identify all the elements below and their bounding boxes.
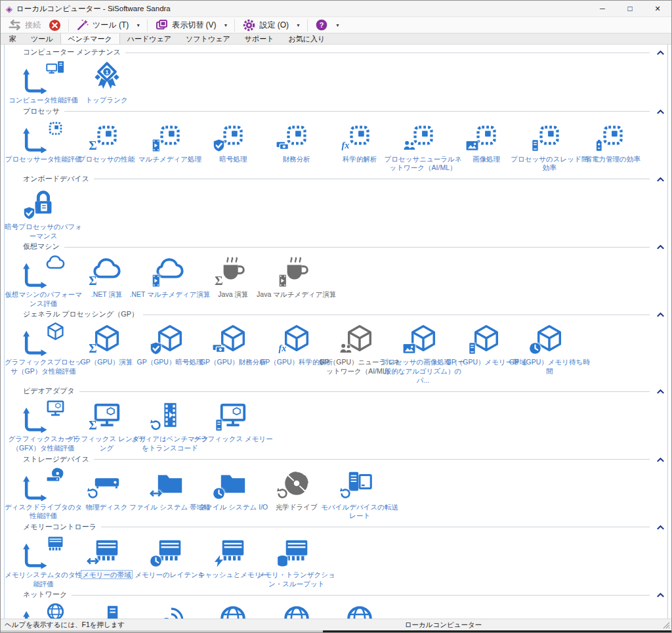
benchmark-item[interactable]: メディアはベンチマークをトランスコード — [138, 396, 201, 452]
section-items: グラフィックスカード（GFX）タ性能評価Σグラフィックス レンダリングメディアは… — [5, 396, 667, 452]
menu-tab[interactable]: ツール — [24, 33, 60, 44]
window-controls: ─ □ ✕ — [589, 1, 671, 16]
film-overlay-icon — [150, 139, 162, 152]
collapse-section-button[interactable] — [656, 47, 665, 57]
disc-icon — [271, 466, 322, 502]
monitor-icon — [207, 398, 259, 433]
svg-text:1: 1 — [105, 69, 108, 76]
menu-tab[interactable]: お気に入り — [281, 33, 332, 44]
collapse-section-button[interactable] — [656, 590, 665, 600]
minimize-button[interactable]: ─ — [589, 1, 616, 16]
disconnect-button[interactable] — [45, 18, 65, 33]
status-help-text: ヘルプを表示するには、F1を押します — [1, 621, 125, 630]
section: オンボードデバイス暗号プロセッサのパフォーマンス — [5, 174, 667, 240]
cube-icon — [207, 321, 259, 357]
resize-grip[interactable] — [662, 621, 670, 629]
benchmark-item[interactable]: 省電力管理の効率 — [581, 116, 644, 164]
benchmark-item[interactable]: 仮想マシンのパフォーマンス評価 — [12, 251, 75, 308]
benchmark-item[interactable]: モバイルデバイスの転送レート — [328, 464, 391, 521]
benchmark-item[interactable]: Java マルチメディア演算 — [265, 251, 328, 299]
benchmark-item[interactable]: メモリ・トランザクション・スループット — [265, 532, 328, 588]
folder-icon — [144, 466, 196, 502]
section-title: 仮想マシン — [23, 242, 60, 251]
collapse-section-button[interactable] — [656, 386, 665, 396]
collapse-section-button[interactable] — [656, 242, 665, 251]
menu-tab[interactable]: ベンチマーク — [60, 33, 120, 44]
menu-tab[interactable]: ソフトウェア — [178, 33, 238, 44]
benchmark-item[interactable]: プロセッサの画像処理（一般的なアルゴリズム）のパ... — [391, 319, 454, 385]
benchmark-item[interactable]: メモリシステムタのタ性能評価 — [12, 532, 75, 588]
collapse-section-button[interactable] — [656, 454, 665, 464]
close-button[interactable]: ✕ — [644, 1, 671, 16]
benchmark-item[interactable]: GP（GPU）メモリ待ち時間 — [518, 319, 581, 376]
section-header: オンボードデバイス — [5, 174, 667, 184]
memory-icon — [207, 534, 259, 569]
view-toggle-button[interactable]: 表示切替 (V) — [151, 17, 220, 33]
benchmark-item[interactable]: グラフィックスプロセッサ（GP）タ性能評価 — [12, 319, 75, 376]
section-items: インターネット接続性能評価ネットワークの帯域ワイヤレス通信の性能インターネット接… — [5, 600, 667, 619]
recycle-overlay-icon — [339, 487, 352, 500]
collapse-section-button[interactable] — [656, 174, 665, 184]
chevron-up-icon — [657, 454, 664, 464]
view-dropdown-arrow[interactable]: ▼ — [220, 23, 232, 28]
connect-button[interactable]: 接続 — [3, 17, 45, 33]
benchmark-item[interactable]: インターネット接続 — [201, 600, 264, 619]
benchmark-item[interactable]: プロセッサのスレッド間効率 — [518, 116, 581, 173]
benchmark-item[interactable]: インターネット接続性能評価 — [12, 600, 75, 619]
chevron-up-icon — [657, 590, 664, 600]
benchmark-item[interactable]: プロセッサニューラルネットワーク（AI/ML） — [391, 116, 454, 173]
menu-tab[interactable]: サポート — [238, 33, 282, 44]
section-title: ビデオアダプタ — [23, 386, 75, 396]
lock-icon — [18, 186, 69, 221]
section-items: 暗号プロセッサのパフォーマンス — [5, 184, 667, 240]
chevron-up-icon — [657, 522, 664, 532]
gear-icon — [242, 18, 256, 32]
collapse-section-button[interactable] — [656, 106, 665, 116]
help-dropdown-arrow[interactable]: ▼ — [332, 23, 343, 28]
tools-dropdown-arrow[interactable]: ▼ — [133, 23, 144, 28]
toolbar-separator — [234, 19, 235, 32]
chip-icon: fx — [334, 118, 385, 154]
help-button[interactable]: ? — [311, 17, 332, 33]
section: メモリーコントローラメモリシステムタのタ性能評価メモリーの帯域メモリーのレイテン… — [5, 522, 667, 588]
memory-icon — [271, 534, 322, 569]
benchmark-item[interactable]: ネットワークの帯域 — [75, 600, 138, 619]
chip-icon — [207, 118, 259, 154]
cube-icon — [144, 321, 196, 357]
axes-arrow-icon — [21, 330, 47, 356]
focused-item-label: メモリーの帯域 — [81, 570, 132, 579]
section-title: コンピューター メンテナンス — [23, 47, 121, 57]
axes-arrow-icon — [21, 262, 47, 288]
settings-button[interactable]: 設定 (O) — [238, 17, 293, 33]
section-header: メモリーコントローラ — [5, 522, 667, 532]
benchmark-item[interactable]: グラフィックス メモリー — [201, 396, 264, 444]
settings-dropdown-arrow[interactable]: ▼ — [293, 23, 304, 28]
benchmark-item[interactable]: ワイヤレス通信の性能 — [138, 600, 201, 619]
collapse-section-button[interactable] — [656, 522, 665, 532]
title-bar[interactable]: ◈ ローカルコンピューター - SiSoftware Sandra ─ □ ✕ — [1, 1, 671, 16]
menu-tab[interactable]: ハードウェア — [120, 33, 178, 44]
memory-icon — [81, 534, 133, 569]
benchmark-item-label: Java マルチメディア演算 — [255, 290, 339, 299]
axes-arrow-icon — [21, 475, 47, 501]
tools-button[interactable]: ツール (T) — [72, 17, 133, 33]
harrow-overlay-icon — [150, 487, 162, 500]
chevron-up-icon — [657, 174, 664, 184]
battery-overlay-icon — [593, 139, 605, 152]
svg-text:Σ: Σ — [89, 342, 96, 355]
benchmark-item[interactable]: 1トップランク — [75, 57, 138, 105]
shield-overlay-icon — [23, 207, 35, 219]
collapse-section-button[interactable] — [656, 309, 665, 319]
toolbar-separator — [307, 19, 308, 32]
benchmark-item[interactable]: abcインターネットDNS — [328, 600, 391, 619]
benchmark-item[interactable]: ディスクドライブタのタ性能評価 — [12, 464, 75, 521]
section-items: ディスクドライブタのタ性能評価物理ディスクファイル システム 帯域幅ファイル シ… — [5, 464, 667, 521]
maximize-button[interactable]: □ — [616, 1, 644, 16]
svg-text:Σ: Σ — [215, 274, 223, 287]
benchmark-item[interactable]: 暗号プロセッサのパフォーマンス — [12, 184, 75, 240]
menu-tab[interactable]: 家 — [2, 33, 24, 44]
window-title: ローカルコンピューター - SiSoftware Sandra — [16, 4, 171, 14]
memory-icon — [144, 534, 196, 569]
section-header: ジェネラル プロセッシング（GP） — [5, 309, 667, 319]
benchmark-item[interactable]: インターネット同期接続 — [265, 600, 328, 619]
